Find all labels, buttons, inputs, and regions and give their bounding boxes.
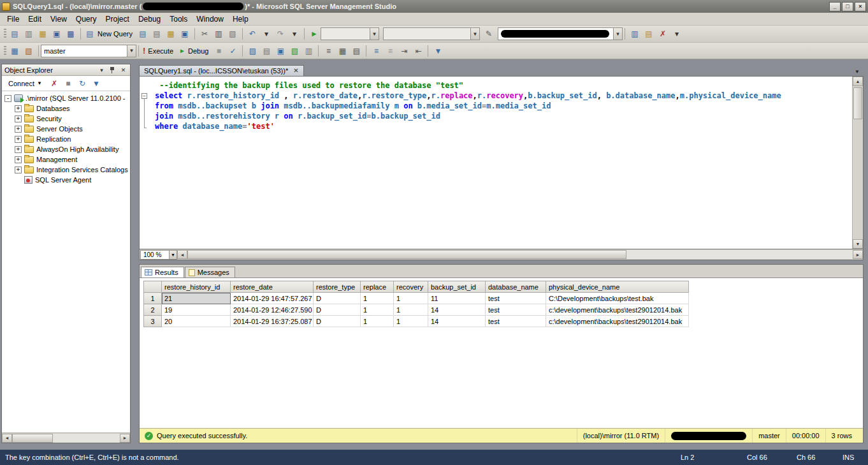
tree-item-sql-server-agent[interactable]: SQL Server Agent bbox=[2, 175, 130, 185]
tree-item-management[interactable]: +Management bbox=[2, 154, 130, 165]
grid-cell[interactable]: 14 bbox=[428, 304, 486, 316]
grid-cell[interactable]: 2014-01-29 16:37:25.087 bbox=[231, 316, 314, 327]
restore-button[interactable]: □ bbox=[842, 2, 853, 11]
toolbox-icon[interactable]: ✗ bbox=[656, 27, 669, 40]
grid-cell[interactable]: test bbox=[486, 293, 546, 304]
grid-col-recovery[interactable]: recovery bbox=[394, 281, 428, 293]
row-header[interactable]: 2 bbox=[144, 304, 162, 316]
close-icon[interactable]: ✕ bbox=[293, 68, 298, 74]
grid-cell[interactable]: 2014-01-29 12:46:27.590 bbox=[231, 304, 314, 316]
scroll-track[interactable] bbox=[187, 250, 853, 259]
collapse-region-icon[interactable]: − bbox=[141, 93, 147, 99]
analysis-services-query-icon[interactable]: ▤ bbox=[150, 27, 163, 40]
connect-button[interactable]: Connect ▼ bbox=[4, 78, 46, 89]
tree-root[interactable]: -.\mirror (SQL Server 11.0.2100 - bbox=[2, 93, 130, 103]
edit-values-icon[interactable]: ✎ bbox=[482, 27, 495, 40]
grid-cell[interactable]: 11 bbox=[428, 293, 486, 304]
grid-col-replace[interactable]: replace bbox=[361, 281, 394, 293]
scroll-right-icon[interactable]: ► bbox=[853, 250, 863, 259]
grid-col-restore_history_id[interactable]: restore_history_id bbox=[162, 281, 231, 293]
start-debug-icon[interactable]: ► bbox=[308, 27, 321, 40]
grid-cell[interactable]: 1 bbox=[394, 304, 428, 316]
grid-cell[interactable]: 1 bbox=[361, 316, 394, 327]
scroll-track[interactable] bbox=[12, 434, 120, 443]
chevron-down-icon[interactable]: ▼ bbox=[169, 251, 177, 259]
minimize-button[interactable]: _ bbox=[829, 2, 841, 11]
menu-tools[interactable]: Tools bbox=[165, 13, 192, 25]
close-button[interactable]: × bbox=[855, 2, 866, 11]
expand-icon[interactable]: + bbox=[15, 126, 22, 133]
refresh-icon[interactable]: ↻ bbox=[76, 77, 89, 90]
open-folder-icon[interactable]: ▦ bbox=[36, 27, 49, 40]
scroll-up-icon[interactable]: ▲ bbox=[853, 77, 863, 86]
row-header[interactable]: 1 bbox=[144, 293, 162, 304]
undo-dropdown-icon[interactable]: ▾ bbox=[260, 27, 273, 40]
debug-button[interactable]: ► Debug bbox=[177, 45, 212, 57]
tab-messages[interactable]: Messages bbox=[185, 267, 235, 277]
grid-cell[interactable]: 1 bbox=[361, 293, 394, 304]
toolbar-grip[interactable] bbox=[4, 29, 6, 39]
save-all-icon[interactable]: ▩ bbox=[64, 27, 77, 40]
collapse-expander-icon[interactable]: - bbox=[4, 95, 11, 102]
tree-item-alwayson-high-availability[interactable]: +AlwaysOn High Availability bbox=[2, 144, 130, 154]
tab-results[interactable]: Results bbox=[141, 267, 184, 277]
cut-icon[interactable]: ✂ bbox=[198, 27, 211, 40]
chevron-down-icon[interactable]: ▼ bbox=[470, 28, 479, 40]
query-options-icon[interactable]: ▤ bbox=[260, 45, 273, 57]
toolbar-grip[interactable] bbox=[4, 46, 6, 56]
grid-col-physical_device_name[interactable]: physical_device_name bbox=[546, 281, 689, 293]
menu-help[interactable]: Help bbox=[228, 13, 253, 25]
grid-col-restore_type[interactable]: restore_type bbox=[314, 281, 361, 293]
grid-col-restore_date[interactable]: restore_date bbox=[231, 281, 314, 293]
results-to-text-icon[interactable]: ≡ bbox=[322, 45, 335, 57]
stop-icon[interactable]: ■ bbox=[212, 45, 225, 57]
scroll-down-icon[interactable]: ▼ bbox=[853, 239, 863, 249]
grid-cell[interactable]: D bbox=[314, 304, 361, 316]
expand-icon[interactable]: + bbox=[15, 146, 22, 153]
object-explorer-hscrollbar[interactable]: ◄ ► bbox=[2, 432, 130, 443]
grid-cell[interactable]: 19 bbox=[162, 304, 231, 316]
copy-icon[interactable]: ▥ bbox=[212, 27, 225, 40]
results-to-file-icon[interactable]: ▤ bbox=[350, 45, 363, 57]
grid-cell[interactable]: 2014-01-29 16:47:57.267 bbox=[231, 293, 314, 304]
redo-icon[interactable]: ↷ bbox=[274, 27, 287, 40]
grid-corner[interactable] bbox=[144, 281, 162, 293]
expand-icon[interactable]: + bbox=[15, 115, 22, 122]
grid-cell[interactable]: c:\development\backups\test29012014.bak bbox=[546, 304, 689, 316]
expand-icon[interactable]: + bbox=[15, 136, 22, 143]
add-project-icon[interactable]: ▥ bbox=[22, 27, 35, 40]
menu-debug[interactable]: Debug bbox=[134, 13, 165, 25]
tree-item-replication[interactable]: +Replication bbox=[2, 134, 130, 144]
menu-file[interactable]: File bbox=[3, 13, 24, 25]
uncomment-icon[interactable]: ≡ bbox=[384, 45, 396, 57]
estimated-plan-icon[interactable]: ▨ bbox=[246, 45, 259, 57]
menu-edit[interactable]: Edit bbox=[24, 13, 46, 25]
tree-item-databases[interactable]: +Databases bbox=[2, 103, 130, 114]
grid-col-backup_set_id[interactable]: backup_set_id bbox=[428, 281, 486, 293]
grid-cell[interactable]: 1 bbox=[394, 293, 428, 304]
change-connection-icon[interactable]: ▧ bbox=[22, 45, 35, 57]
toolbar-options-dropdown-icon[interactable]: ▾ bbox=[670, 27, 683, 40]
execute-button[interactable]: ! Execute bbox=[141, 45, 177, 57]
expand-icon[interactable]: + bbox=[15, 156, 22, 163]
scroll-thumb[interactable] bbox=[853, 87, 862, 119]
zoom-combo[interactable]: 100 % ▼ bbox=[140, 250, 177, 260]
sql-editor[interactable]: − --identifying the backup files used to… bbox=[139, 76, 864, 249]
paste-icon[interactable]: ▧ bbox=[226, 27, 239, 40]
grid-cell[interactable]: D bbox=[314, 293, 361, 304]
menu-query[interactable]: Query bbox=[71, 13, 101, 25]
save-icon[interactable]: ▣ bbox=[50, 27, 63, 40]
redo-dropdown-icon[interactable]: ▾ bbox=[288, 27, 301, 40]
editor-vscrollbar[interactable]: ▲ ▼ bbox=[852, 77, 863, 249]
open-query-file-icon[interactable]: ▦ bbox=[164, 27, 177, 40]
code-area[interactable]: --identifying the backup files used to r… bbox=[151, 77, 852, 249]
close-icon[interactable]: ✕ bbox=[119, 66, 127, 74]
tree-item-security[interactable]: +Security bbox=[2, 114, 130, 124]
redacted-combo[interactable]: ▼ bbox=[498, 27, 623, 40]
grid-cell[interactable]: 1 bbox=[361, 304, 394, 316]
chevron-down-icon[interactable]: ▼ bbox=[613, 28, 622, 40]
grid-cell[interactable]: 14 bbox=[428, 316, 486, 327]
activity-monitor-icon[interactable]: ▦ bbox=[8, 45, 21, 57]
solution-explorer-icon[interactable]: ▥ bbox=[628, 27, 641, 40]
scroll-thumb[interactable] bbox=[12, 434, 53, 443]
